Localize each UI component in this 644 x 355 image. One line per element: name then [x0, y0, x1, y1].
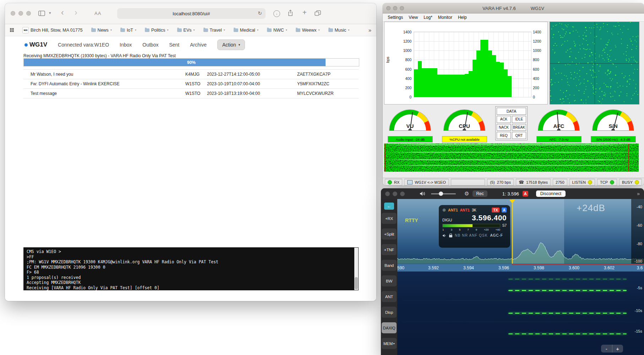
menu-help[interactable]: Help — [455, 14, 470, 21]
bookmark-folder-iot[interactable]: IoT▾ — [120, 28, 136, 33]
s-meter-scale: 13579+20+40 — [442, 228, 507, 231]
slider-knob[interactable] — [439, 192, 443, 196]
reader-button[interactable]: AA — [94, 11, 101, 16]
terminal-line: CMS via W1EO > — [27, 249, 355, 254]
speaker-icon[interactable] — [420, 191, 425, 196]
waterfall-signal-line — [384, 165, 639, 166]
spectrum-display[interactable]: +24dB RTTY ⊗ ANT1 ANT1 3K — [397, 199, 644, 264]
rx-antenna-label: ANT1 — [448, 208, 458, 212]
favorites-grid-icon[interactable] — [10, 28, 14, 32]
menu-monitor[interactable]: Monitor — [435, 14, 455, 21]
bookmarks-overflow-icon[interactable]: » — [369, 27, 371, 33]
vfo-a-badge: A — [502, 208, 507, 213]
address-bar[interactable]: localhost:8080/ui# ↻ — [117, 8, 266, 19]
message-row[interactable]: Fw: DYFI Automatic Entry - Winlink EXERC… — [23, 79, 359, 89]
zoom-out-button[interactable]: - — [601, 345, 612, 353]
nav-item-1[interactable]: Inbox — [120, 42, 132, 48]
agc-label[interactable]: AGC-F — [490, 233, 503, 237]
nav-item-3[interactable]: Sent — [169, 42, 179, 48]
bookmark-folder-weewx[interactable]: Weewx▾ — [296, 28, 320, 33]
session-terminal[interactable]: CMS via W1EO >>FF;PM: WG1V MMXZEDBRHQTK … — [23, 247, 359, 290]
new-tab-button[interactable]: + — [302, 9, 307, 17]
data-button-ack[interactable]: ACK — [497, 116, 511, 123]
speaker-icon[interactable] — [442, 234, 447, 237]
mode-label[interactable]: DIGU — [442, 218, 452, 222]
back-button[interactable]: ← — [384, 203, 394, 210]
frequency-readout[interactable]: 3.596.400 — [472, 214, 507, 222]
bookmark-folder-nwc[interactable]: NWC▾ — [267, 28, 287, 33]
sdr-waterfall[interactable]: -5s-10s-15s - + — [397, 271, 644, 355]
waterfall-signal-line — [384, 159, 639, 160]
zoom-button[interactable] — [400, 6, 404, 10]
titlebar-overflow-icon[interactable]: » — [637, 191, 640, 197]
bookmark-folder-travel[interactable]: Travel▾ — [203, 28, 225, 33]
zoom-button[interactable] — [26, 11, 31, 16]
sidebar-button-bw[interactable]: BW — [382, 275, 397, 286]
bookmarks-bar: wx Birch Hill, Stow, MA 01775 News▾IoT▾P… — [5, 24, 376, 36]
chevron-down-icon[interactable]: ▾ — [49, 11, 51, 15]
nav-item-0[interactable]: Connected vara:W1EO — [58, 42, 109, 48]
sidebar-button-split[interactable]: +Split — [382, 228, 397, 240]
y-tick-label: 400 — [394, 76, 411, 81]
tab-overview-icon[interactable] — [315, 10, 321, 16]
forward-button[interactable]: › — [75, 8, 77, 17]
menu-view[interactable]: View — [406, 14, 421, 21]
bookmark-folder-news[interactable]: News▾ — [91, 28, 112, 33]
sidebar-toggle-icon[interactable] — [38, 11, 45, 16]
data-button-break[interactable]: BREAK — [512, 124, 526, 131]
message-row[interactable]: Test messageW1STO2023-10-18T13:19:00-04:… — [23, 89, 359, 98]
mute-icon[interactable]: ⊗ — [442, 208, 446, 213]
sidebar-button-mem[interactable]: MEM▸ — [382, 338, 397, 349]
nav-item-2[interactable]: Outbox — [142, 42, 158, 48]
gauge-vu: VUAudio Input: -24 dB — [388, 109, 432, 142]
lock-icon[interactable] — [449, 235, 452, 237]
minimize-button[interactable] — [393, 6, 397, 10]
action-dropdown-button[interactable]: Action ▾ — [217, 39, 245, 50]
terminal-scrollbar[interactable] — [354, 248, 358, 290]
close-button[interactable] — [386, 6, 391, 10]
sidebar-button-band[interactable]: Band — [382, 260, 397, 271]
back-button[interactable]: ‹ — [61, 8, 64, 17]
minimize-button[interactable] — [393, 192, 397, 196]
sidebar-button-rx[interactable]: +RX — [382, 213, 397, 224]
bookmark-site[interactable]: wx Birch Hill, Stow, MA 01775 — [22, 27, 83, 33]
sidebar-button-tnf[interactable]: +TNF — [382, 244, 397, 255]
data-button-req[interactable]: REQ — [497, 132, 511, 139]
nav-item-4[interactable]: Archive — [190, 42, 207, 48]
bookmark-folder-medical[interactable]: Medical▾ — [234, 28, 258, 33]
close-button[interactable] — [385, 192, 390, 196]
gauge-status-text: %CPU not available — [442, 136, 487, 142]
zoom-in-button[interactable]: + — [612, 345, 623, 353]
zoom-button[interactable] — [400, 192, 405, 196]
data-button-qrt[interactable]: QRT — [512, 132, 526, 139]
gauge-afc: AFCAFC: -7.0 Hz — [536, 109, 581, 142]
downloads-icon[interactable]: ↓ — [273, 10, 280, 17]
bookmark-folder-music[interactable]: Music▾ — [328, 28, 350, 33]
bookmark-folder-evs[interactable]: EVs▾ — [177, 28, 195, 33]
message-row[interactable]: Mr Watson, I need youK4MJG2023-12-27T14:… — [23, 69, 359, 79]
data-button-nack[interactable]: NACK — [497, 124, 511, 131]
data-button-idle[interactable]: IDLE — [512, 116, 526, 123]
vara-title: VARA HF v4.7.6 — [482, 6, 516, 11]
share-icon[interactable] — [288, 10, 293, 16]
record-button[interactable]: Rec — [473, 190, 487, 197]
sidebar-button-ant[interactable]: ANT — [382, 291, 397, 302]
minimize-button[interactable] — [18, 11, 23, 16]
sidebar-button-disp[interactable]: Disp — [382, 307, 397, 318]
volume-slider[interactable] — [431, 191, 456, 196]
filter-width-label: 3K — [472, 208, 476, 212]
scrollbar-thumb[interactable] — [355, 277, 358, 289]
frequency-scale[interactable]: 5903.5923.5943.5963.5983.6003.6023.6 — [397, 264, 644, 272]
tune-marker-icon[interactable] — [509, 200, 515, 204]
disconnect-button[interactable]: Disconnect — [536, 190, 566, 197]
menu-settings[interactable]: Settings — [385, 14, 406, 21]
reload-icon[interactable]: ↻ — [258, 10, 262, 16]
vfo-info-box[interactable]: ⊗ ANT1 ANT1 3K TX A DIGU 3.596.400 — [439, 205, 510, 248]
close-button[interactable] — [11, 11, 15, 16]
time-tick-label: -5s — [637, 286, 642, 290]
sidebar-button-daxiq[interactable]: DAXIQ — [382, 322, 397, 333]
settings-gear-icon[interactable]: ⚙ — [464, 190, 469, 197]
menu-log[interactable]: Log* — [421, 14, 435, 21]
bookmark-folder-politics[interactable]: Politics▾ — [145, 28, 169, 33]
y-tick-label: 1400 — [394, 30, 411, 34]
